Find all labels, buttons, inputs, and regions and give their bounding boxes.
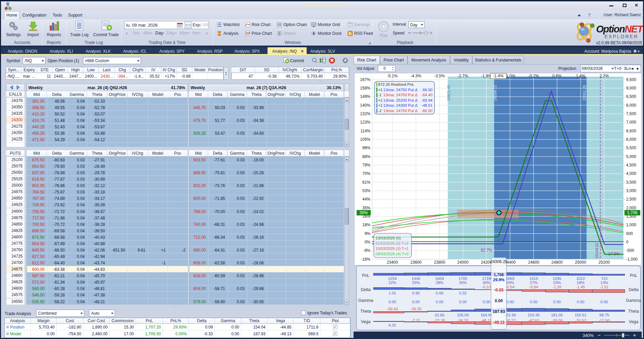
svg-text:-4.3%: -4.3% <box>411 74 421 78</box>
svg-text:-48.51: -48.51 <box>421 103 432 107</box>
svg-text:1.4%: 1.4% <box>576 74 585 78</box>
svg-text:-2.7%: -2.7% <box>457 74 468 78</box>
svg-text:-1,000: -1,000 <box>626 257 638 262</box>
svg-text:158%: 158% <box>360 86 370 90</box>
svg-text:-1: -1 <box>378 93 382 97</box>
svg-text:4,500: 4,500 <box>626 163 636 167</box>
svg-text:9%: 9% <box>365 231 371 236</box>
svg-text:23800: 23800 <box>434 260 445 265</box>
svg-text:-1.9%: -1.9% <box>481 74 492 78</box>
svg-text:123%: 123% <box>360 120 370 125</box>
svg-text:24000: 24000 <box>457 260 469 265</box>
svg-text:-66.50: -66.50 <box>421 109 432 113</box>
svg-text:3,500: 3,500 <box>626 180 636 185</box>
svg-text:9,000: 9,000 <box>626 86 636 90</box>
svg-text:82.7%: 82.7% <box>481 248 492 253</box>
svg-text:25051.28: 25051.28 <box>582 85 586 101</box>
svg-text:23871.43: 23871.43 <box>447 85 451 101</box>
svg-text:+1: +1 <box>378 98 383 102</box>
svg-text:88%: 88% <box>362 154 370 159</box>
svg-text:09/03/2026 (4) T+0: 09/03/2026 (4) T+0 <box>375 252 409 256</box>
svg-text:79%: 79% <box>362 163 370 167</box>
svg-text:23400: 23400 <box>387 260 398 265</box>
svg-text:25164.52: 25164.52 <box>595 243 599 258</box>
svg-text:105%: 105% <box>360 137 370 142</box>
svg-text:13mar. 25200 Put Δ: 13mar. 25200 Put Δ <box>383 98 418 102</box>
svg-text:7,500: 7,500 <box>626 111 636 116</box>
svg-text:4,000: 4,000 <box>626 171 636 176</box>
svg-text:-0.2%: -0.2% <box>528 74 539 78</box>
svg-text:70%: 70% <box>362 171 370 176</box>
svg-text:$: $ <box>278 32 280 35</box>
svg-text:44%: 44% <box>362 197 370 202</box>
svg-text:13/03/2026 (0): 13/03/2026 (0) <box>375 236 401 240</box>
svg-text:2,000: 2,000 <box>626 206 636 210</box>
svg-text:-9%: -9% <box>363 248 371 253</box>
svg-text:1,706: 1,706 <box>627 210 637 215</box>
svg-text:2.2%: 2.2% <box>599 74 609 78</box>
svg-text:6,500: 6,500 <box>626 129 636 133</box>
svg-text:-2: -2 <box>378 109 382 113</box>
svg-text:149%: 149% <box>360 94 370 99</box>
svg-text:-500: -500 <box>626 248 634 253</box>
svg-text:132%: 132% <box>360 111 370 116</box>
svg-text:25000: 25000 <box>575 260 586 265</box>
svg-text:872.20 Realized PnL: 872.20 Realized PnL <box>378 82 414 86</box>
svg-text:13mar. 24700 Put Δ: 13mar. 24700 Put Δ <box>383 93 418 97</box>
svg-text:-3.5%: -3.5% <box>434 74 445 78</box>
svg-text:+1: +1 <box>378 88 383 92</box>
svg-text:1,000: 1,000 <box>626 223 636 227</box>
svg-text:3,000: 3,000 <box>626 188 636 193</box>
svg-text:2,500: 2,500 <box>626 197 636 202</box>
svg-text:13mar. 24750 Put Δ: 13mar. 24750 Put Δ <box>383 109 418 113</box>
svg-text:24800: 24800 <box>551 260 563 265</box>
svg-text:-64.40: -64.40 <box>421 93 432 97</box>
svg-text:-18%: -18% <box>361 257 370 262</box>
svg-text:140%: 140% <box>360 103 370 108</box>
svg-text:500: 500 <box>626 231 633 236</box>
svg-text:17.3%: 17.3% <box>608 252 620 256</box>
svg-text:5,500: 5,500 <box>626 146 636 150</box>
svg-text:167%: 167% <box>360 77 370 82</box>
svg-text:-83.94: -83.94 <box>421 98 432 102</box>
svg-text:7,000: 7,000 <box>626 120 636 125</box>
svg-text:13mar. 24750 Put Δ: 13mar. 24750 Put Δ <box>383 88 418 92</box>
svg-text:-5.1%: -5.1% <box>387 74 398 78</box>
svg-text:13mar. 24300 Put Δ: 13mar. 24300 Put Δ <box>383 103 418 107</box>
svg-text:+1: +1 <box>378 103 383 107</box>
svg-text:8,000: 8,000 <box>626 103 636 108</box>
svg-text:114%: 114% <box>360 129 370 133</box>
svg-text:96%: 96% <box>362 146 370 150</box>
svg-text:24264.72: 24264.72 <box>493 85 497 101</box>
svg-text:9,500: 9,500 <box>626 77 636 82</box>
svg-text:0%: 0% <box>365 240 371 244</box>
svg-text:25200: 25200 <box>598 260 610 265</box>
svg-text:23600: 23600 <box>410 260 422 265</box>
svg-text:35%: 35% <box>362 206 370 210</box>
svg-text:18%: 18% <box>362 223 370 227</box>
svg-text:30%: 30% <box>360 210 368 215</box>
svg-text:0: 0 <box>626 240 628 244</box>
svg-text:6,000: 6,000 <box>626 137 636 142</box>
svg-text:0.6%: 0.6% <box>552 74 562 78</box>
svg-text:-66.50: -66.50 <box>421 88 432 92</box>
svg-text:8,500: 8,500 <box>626 94 636 99</box>
svg-text:53%: 53% <box>362 188 370 193</box>
svg-text:5,000: 5,000 <box>626 154 636 159</box>
svg-text:-1.4%: -1.4% <box>493 74 504 78</box>
svg-text:11/03/2026 (2) T+2: 11/03/2026 (2) T+2 <box>375 241 408 245</box>
svg-text:24600: 24600 <box>528 260 539 265</box>
svg-text:61%: 61% <box>362 180 370 185</box>
svg-text:10/03/2026 (3) T+1: 10/03/2026 (3) T+1 <box>375 246 409 251</box>
